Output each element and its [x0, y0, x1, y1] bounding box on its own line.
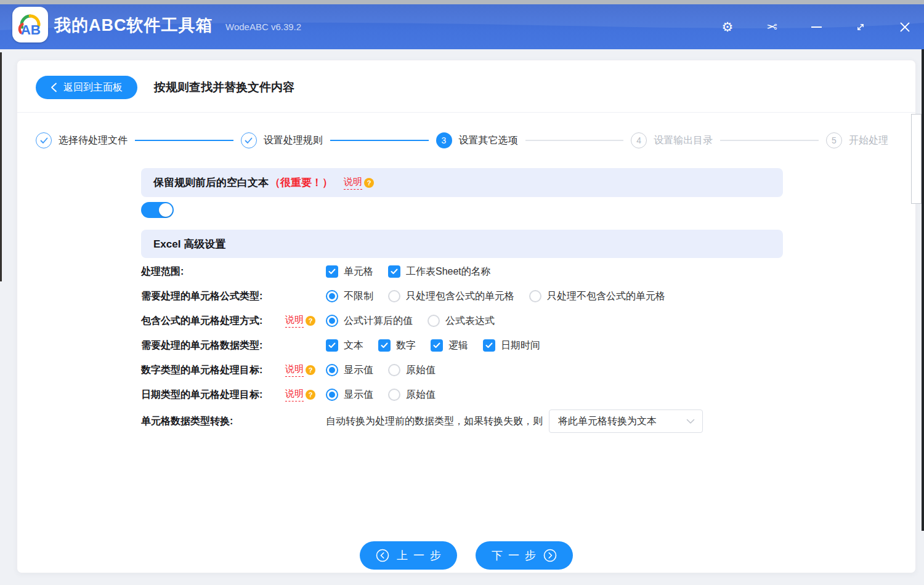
radio-raw-value[interactable]: 原始值	[388, 364, 436, 377]
excel-options-form: 处理范围: 单元格 工作表Sheet的名称	[141, 259, 783, 435]
keep-blank-toggle-switch[interactable]	[141, 202, 174, 218]
date-target-help-link[interactable]: 说明 ?	[285, 388, 315, 401]
form-row-scope: 处理范围: 单元格 工作表Sheet的名称	[141, 259, 783, 284]
checkbox-label: 文本	[344, 339, 363, 352]
app-logo-icon: AB	[15, 10, 45, 39]
keep-blank-title: 保留规则前后的空白文本	[153, 176, 269, 190]
page-title: 按规则查找并替换文件内容	[154, 76, 294, 99]
row-label: 包含公式的单元格处理方式:	[141, 315, 285, 328]
header-divider	[17, 112, 915, 113]
keep-blank-help-link[interactable]: 说明 ?	[344, 176, 374, 190]
type-convert-select[interactable]: 将此单元格转换为文本	[549, 410, 703, 433]
app-version: WodeABC v6.39.2	[225, 22, 301, 32]
help-slot: 说明 ?	[285, 363, 326, 377]
app-window: AB 我的ABC软件工具箱 WodeABC v6.39.2 ⚙ ✂	[0, 0, 924, 585]
row-label: 单元格数据类型转换:	[141, 415, 285, 428]
radio-raw-value[interactable]: 原始值	[388, 389, 436, 401]
radio-calculated-value[interactable]: 公式计算后的值	[326, 315, 413, 328]
step-3-label: 设置其它选项	[459, 134, 518, 147]
radio-selected-icon	[326, 315, 338, 327]
row-label: 数字类型的单元格处理目标:	[141, 364, 285, 377]
radio-label: 显示值	[344, 364, 373, 377]
number-target-options: 显示值 原始值	[326, 364, 436, 377]
step-4-number-circle: 4	[631, 132, 647, 148]
radio-label: 原始值	[406, 389, 436, 401]
checkbox-checked-icon	[378, 339, 391, 352]
scrollbar-thumb[interactable]	[911, 114, 922, 204]
checkbox-checked-icon	[326, 339, 338, 352]
circle-arrow-left-icon	[376, 549, 389, 562]
radio-label: 显示值	[344, 389, 373, 401]
options-panel: 保留规则前后的空白文本 （很重要！） 说明 ? Excel 高级设置 处理范围:	[141, 168, 783, 435]
checkbox-label: 日期时间	[501, 339, 540, 352]
checkbox-sheet-name[interactable]: 工作表Sheet的名称	[388, 265, 491, 278]
screen-edge-artifact-top	[0, 0, 924, 4]
minimize-button[interactable]	[808, 19, 824, 35]
checkbox-datetime[interactable]: 日期时间	[483, 339, 540, 352]
select-value: 将此单元格转换为文本	[558, 415, 657, 428]
wizard-steps: 选择待处理文件 设置处理规则 3 设置其它选项 4 设置输出目录 5	[17, 127, 915, 154]
radio-only-non-formula-cells[interactable]: 只处理不包含公式的单元格	[529, 290, 665, 303]
check-icon	[245, 137, 253, 144]
radio-display-value[interactable]: 显示值	[326, 364, 373, 377]
radio-display-value[interactable]: 显示值	[326, 389, 373, 401]
checkbox-cell[interactable]: 单元格	[326, 265, 373, 278]
formula-mode-help-link[interactable]: 说明 ?	[285, 314, 315, 328]
checkbox-logic[interactable]: 逻辑	[431, 339, 468, 352]
date-target-options: 显示值 原始值	[326, 389, 436, 401]
maximize-icon	[854, 21, 867, 33]
prev-step-button[interactable]: 上一步	[360, 541, 457, 570]
type-convert-description: 自动转换为处理前的数据类型，如果转换失败，则	[326, 415, 543, 428]
step-2-label: 设置处理规则	[264, 134, 323, 147]
radio-label: 只处理包含公式的单元格	[406, 290, 514, 303]
step-3-number-circle: 3	[436, 132, 452, 148]
radio-only-formula-cells[interactable]: 只处理包含公式的单元格	[388, 290, 514, 303]
important-note: （很重要！）	[270, 176, 333, 190]
chevron-left-icon	[51, 83, 57, 92]
radio-unlimited[interactable]: 不限制	[326, 290, 373, 303]
radio-label: 公式表达式	[445, 315, 495, 328]
radio-formula-expression[interactable]: 公式表达式	[428, 315, 495, 328]
step-item-4: 4 设置输出目录	[631, 132, 713, 148]
excel-section-title: Excel 高级设置	[153, 237, 225, 251]
checkbox-checked-icon	[326, 265, 338, 278]
form-row-number-target: 数字类型的单元格处理目标: 说明 ? 显示值	[141, 358, 783, 382]
settings-gear-icon[interactable]: ⚙	[719, 19, 736, 35]
close-button[interactable]	[897, 19, 913, 35]
help-link-label: 说明	[285, 388, 304, 401]
chevron-down-icon	[686, 419, 695, 424]
minimize-icon	[811, 26, 822, 28]
step-connector-3	[525, 140, 624, 141]
number-target-help-link[interactable]: 说明 ?	[285, 363, 315, 377]
radio-selected-icon	[326, 364, 338, 376]
row-label: 日期类型的单元格处理目标:	[141, 389, 285, 401]
back-button[interactable]: 返回到主面板	[36, 76, 137, 99]
checkbox-text[interactable]: 文本	[326, 339, 363, 352]
step-item-5: 5 开始处理	[826, 132, 888, 148]
back-button-label: 返回到主面板	[63, 81, 123, 94]
help-question-icon: ?	[306, 390, 315, 400]
radio-label: 只处理不包含公式的单元格	[547, 290, 665, 303]
checkbox-checked-icon	[388, 265, 400, 278]
form-row-type-convert: 单元格数据类型转换: 自动转换为处理前的数据类型，如果转换失败，则 将此单元格转…	[141, 407, 783, 435]
next-step-button[interactable]: 下一步	[476, 541, 573, 570]
checkbox-label: 单元格	[344, 265, 373, 278]
radio-unselected-icon	[428, 315, 440, 327]
scissors-icon[interactable]: ✂	[764, 19, 780, 35]
help-link-label: 说明	[285, 363, 304, 377]
maximize-button[interactable]	[853, 19, 869, 35]
row-label: 需要处理的单元格数据类型:	[141, 339, 285, 352]
checkbox-number[interactable]: 数字	[378, 339, 416, 352]
next-step-label: 下一步	[492, 548, 541, 563]
form-row-formula-type: 需要处理的单元格公式类型: 不限制 只处理包含公式的单元格	[141, 284, 783, 309]
section-header-keep-blank: 保留规则前后的空白文本 （很重要！） 说明 ?	[141, 168, 783, 197]
step-5-number-circle: 5	[826, 132, 842, 148]
wizard-footer: 上一步 下一步	[17, 541, 915, 570]
row-label: 处理范围:	[141, 265, 285, 278]
toggle-knob	[159, 203, 172, 217]
step-connector-1	[135, 140, 233, 141]
window-controls: ⚙ ✂	[719, 4, 913, 49]
help-question-icon: ?	[306, 365, 315, 375]
step-connector-2	[330, 140, 429, 141]
screen-edge-artifact-left	[0, 52, 2, 281]
